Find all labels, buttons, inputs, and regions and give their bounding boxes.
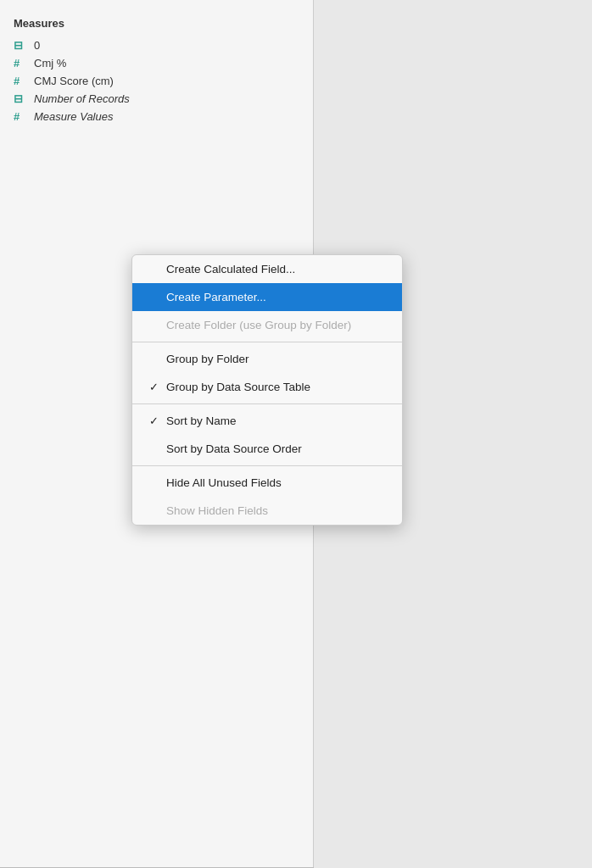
hash-icon-cmj-pct: #	[14, 57, 29, 70]
measure-item-measure-values[interactable]: # Measure Values	[14, 108, 299, 125]
hash-icon-cmj-score: #	[14, 75, 29, 87]
menu-label-sort-by-order: Sort by Data Source Order	[166, 442, 302, 455]
menu-item-create-folder: Create Folder (use Group by Folder)	[132, 311, 402, 339]
measure-item-num-records[interactable]: ⊟ Number of Records	[14, 90, 299, 108]
dashed-hash-icon-0: ⊟	[14, 39, 29, 52]
checkmark-group-by-datasource: ✓	[149, 381, 161, 393]
menu-item-group-by-folder[interactable]: Group by Folder	[132, 345, 402, 373]
divider-2	[132, 403, 402, 404]
checkmark-sort-by-name: ✓	[149, 415, 161, 427]
measure-label-cmj-pct: Cmj %	[34, 57, 66, 70]
divider-3	[132, 465, 402, 466]
measure-item-cmj-pct[interactable]: # Cmj %	[14, 54, 299, 72]
menu-label-create-parameter: Create Parameter...	[166, 291, 266, 303]
menu-item-show-hidden: Show Hidden Fields	[132, 497, 402, 525]
context-menu: Create Calculated Field... Create Parame…	[131, 254, 403, 526]
measure-label-0: 0	[34, 39, 40, 52]
menu-item-sort-by-name[interactable]: ✓ Sort by Name	[132, 407, 402, 435]
measure-item-cmj-score[interactable]: # CMJ Score (cm)	[14, 72, 299, 90]
divider-1	[132, 342, 402, 342]
menu-item-group-by-datasource[interactable]: ✓ Group by Data Source Table	[132, 373, 402, 401]
hash-icon-measure-values: #	[14, 110, 29, 123]
menu-label-group-by-folder: Group by Folder	[166, 353, 249, 365]
measures-section: Measures ⊟ 0 # Cmj % # CMJ Score (cm) ⊟ …	[0, 0, 313, 134]
measure-label-cmj-score: CMJ Score (cm)	[34, 75, 114, 87]
menu-item-hide-unused[interactable]: Hide All Unused Fields	[132, 469, 402, 497]
menu-item-create-calculated[interactable]: Create Calculated Field...	[132, 255, 402, 283]
menu-label-show-hidden: Show Hidden Fields	[166, 504, 268, 517]
measure-label-num-records: Number of Records	[34, 92, 130, 105]
measure-label-measure-values: Measure Values	[34, 110, 113, 123]
menu-label-create-calculated: Create Calculated Field...	[166, 263, 295, 275]
measures-title: Measures	[14, 17, 299, 30]
menu-label-hide-unused: Hide All Unused Fields	[166, 476, 282, 489]
menu-label-sort-by-name: Sort by Name	[166, 415, 237, 427]
menu-label-create-folder: Create Folder (use Group by Folder)	[166, 319, 351, 331]
measure-item-0[interactable]: ⊟ 0	[14, 36, 299, 54]
menu-item-create-parameter[interactable]: Create Parameter...	[132, 283, 402, 311]
menu-label-group-by-datasource: Group by Data Source Table	[166, 381, 310, 393]
dashed-hash-icon-num-records: ⊟	[14, 92, 29, 105]
menu-item-sort-by-order[interactable]: Sort by Data Source Order	[132, 435, 402, 463]
